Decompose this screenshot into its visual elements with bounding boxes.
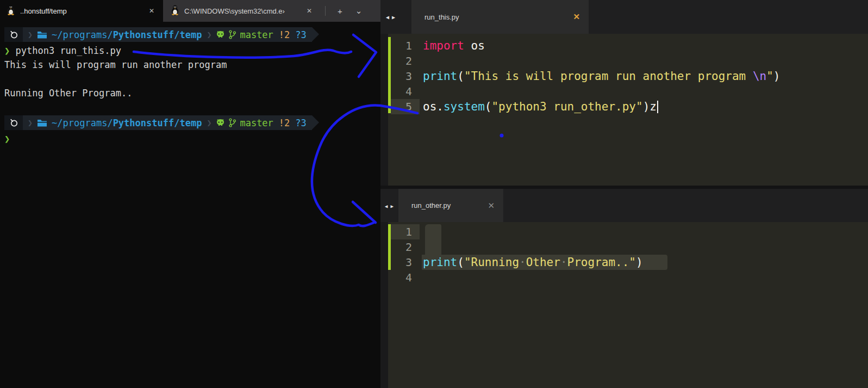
editor-tab-title: run_other.py	[411, 201, 488, 210]
blank-line	[4, 72, 380, 86]
line-number: 1	[391, 225, 412, 238]
terminal-tab-active[interactable]: ..honstuff/temp ✕	[0, 0, 163, 22]
editor-tab-run-this[interactable]: run_this.py ✕	[411, 0, 589, 34]
tab-scroll-nav: ◀ ▶	[386, 14, 395, 20]
code-line-current: 1	[380, 224, 868, 239]
close-tab-icon[interactable]: ✕	[304, 6, 314, 16]
folder-icon	[37, 30, 47, 39]
editor-tab-title: run_this.py	[424, 13, 573, 21]
shell-prompt-bar: ❯ ~/programs/Pythonstuff/temp ❯	[4, 27, 312, 42]
code-area-run-this[interactable]: 1import os 2 3print("This is will progra…	[380, 34, 868, 186]
terminal-content[interactable]: ❯ ~/programs/Pythonstuff/temp ❯	[0, 22, 380, 388]
code-line: 4	[380, 270, 868, 285]
editor-pane-run-this: ◀ ▶ run_this.py ✕ 1import os 2 3print("T…	[380, 0, 868, 186]
terminal-tab-bar: ..honstuff/temp ✕ C:\WINDO	[0, 0, 380, 22]
git-untracked-count: ?3	[295, 118, 306, 128]
line-number: 3	[391, 256, 412, 269]
git-untracked-count: ?3	[295, 29, 306, 40]
git-modified-count: !2	[279, 118, 290, 128]
terminal-window: ..honstuff/temp ✕ C:\WINDO	[0, 0, 380, 388]
line-number: 4	[391, 85, 412, 98]
prompt-chevron: ❯	[4, 45, 10, 56]
git-branch-icon	[229, 118, 236, 127]
close-tab-icon[interactable]: ✕	[147, 6, 157, 16]
tux-penguin-icon	[7, 5, 15, 17]
github-octocat-icon	[216, 119, 225, 127]
code-editor-window: ◀ ▶ run_this.py ✕ 1import os 2 3print("T…	[380, 0, 868, 388]
code-line: 2	[380, 239, 868, 255]
shell-prompt-bar: ❯ ~/programs/Pythonstuff/temp ❯	[4, 115, 312, 130]
pane-tab-bar: ◀ ▶ run_other.py ✕	[380, 189, 868, 222]
code-line: 3print("This is will program run another…	[380, 69, 868, 84]
terminal-tab-title: ..honstuff/temp	[20, 7, 142, 15]
powerline-separator-icon: ❯	[23, 118, 37, 128]
screenshot-root: ..honstuff/temp ✕ C:\WINDO	[0, 0, 868, 388]
powerline-separator-icon: ❯	[23, 30, 37, 40]
tab-dropdown-button[interactable]: ⌄	[349, 4, 369, 18]
new-tab-button[interactable]: +	[331, 4, 349, 18]
terminal-tab-inactive[interactable]: C:\WINDOWS\system32\cmd.e› ✕	[164, 0, 321, 22]
output-line: Running Other Program..	[4, 86, 380, 100]
folder-icon	[37, 119, 47, 127]
code-line: 4	[380, 84, 868, 99]
output-line: This is will program run another program	[4, 58, 380, 72]
close-modified-file-icon[interactable]: ✕	[573, 12, 580, 22]
git-branch-name: master	[240, 118, 273, 128]
current-directory: ~/programs/Pythonstuff/temp	[52, 29, 202, 40]
git-modified-count: !2	[279, 29, 290, 40]
git-branch-name: master	[240, 29, 273, 40]
blank-line	[4, 100, 380, 114]
idle-prompt-line: ❯	[4, 132, 380, 146]
code-line-current: 5os.system("python3 run_other.py")z	[380, 99, 868, 114]
scroll-tabs-right-icon[interactable]: ▶	[390, 204, 393, 209]
line-number: 3	[391, 70, 412, 83]
git-added-lines-marker	[388, 37, 391, 113]
git-branch-icon	[229, 30, 236, 39]
scroll-tabs-left-icon[interactable]: ◀	[386, 14, 389, 20]
github-octocat-icon	[216, 30, 225, 39]
code-area-run-other[interactable]: 1 2 3print("Running·Other·Program..") 4	[380, 222, 868, 388]
tab-bar-separator	[325, 6, 326, 16]
code-line: 1import os	[380, 38, 868, 53]
tab-scroll-nav: ◀ ▶	[385, 204, 394, 209]
powerline-tip	[312, 115, 319, 130]
line-number: 5	[391, 100, 412, 113]
typed-command: python3 run_this.py	[16, 45, 121, 56]
code-line: 3print("Running·Other·Program..")	[380, 255, 868, 270]
command-line: ❯ python3 run_this.py	[4, 44, 380, 58]
line-number: 1	[391, 39, 412, 52]
line-number: 4	[391, 271, 412, 284]
line-number: 2	[391, 241, 412, 254]
editor-pane-run-other: ◀ ▶ run_other.py ✕ 1 2 3print("Running·O…	[380, 189, 868, 388]
os-logo-icon	[4, 115, 23, 130]
close-file-icon[interactable]: ✕	[488, 201, 495, 211]
powerline-separator-icon: ❯	[202, 118, 216, 128]
prompt-chevron: ❯	[4, 133, 10, 144]
code-line: 2	[380, 53, 868, 69]
git-added-lines-marker	[388, 224, 391, 270]
powerline-separator-icon: ❯	[202, 30, 216, 40]
line-number: 2	[391, 54, 412, 67]
powerline-tip	[312, 27, 319, 41]
editor-tab-run-other[interactable]: run_other.py ✕	[398, 189, 503, 222]
terminal-tab-title: C:\WINDOWS\system32\cmd.e›	[184, 7, 299, 15]
pane-tab-bar: ◀ ▶ run_this.py ✕	[380, 0, 868, 34]
text-cursor	[657, 101, 658, 113]
tux-penguin-icon	[171, 5, 179, 17]
os-logo-icon	[4, 27, 23, 42]
scroll-tabs-right-icon[interactable]: ▶	[392, 14, 395, 20]
scroll-tabs-left-icon[interactable]: ◀	[385, 204, 388, 209]
current-directory: ~/programs/Pythonstuff/temp	[52, 118, 202, 128]
